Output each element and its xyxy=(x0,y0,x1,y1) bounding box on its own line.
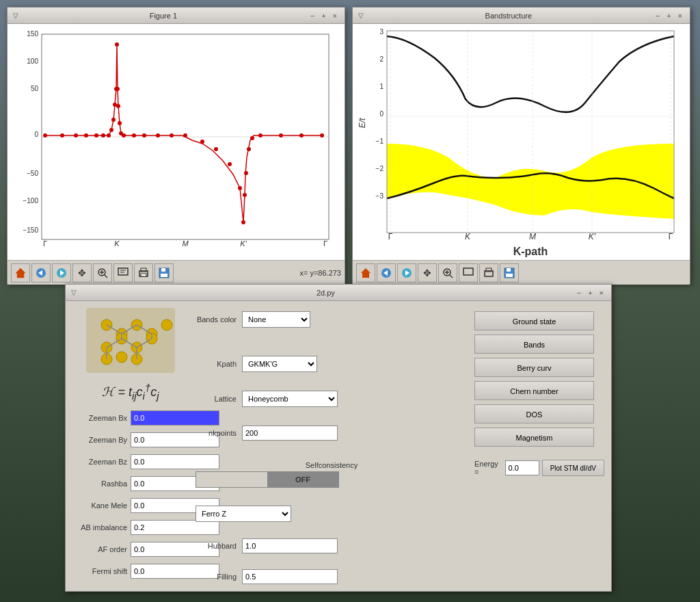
main-maximize[interactable]: + xyxy=(586,289,594,297)
bs-print-btn[interactable] xyxy=(479,263,498,283)
svg-line-57 xyxy=(105,275,107,278)
svg-text:3: 3 xyxy=(379,28,383,36)
svg-text:−2: −2 xyxy=(376,165,384,172)
bs-back-btn[interactable] xyxy=(377,263,396,283)
main-close[interactable]: × xyxy=(597,289,606,297)
molecule-image xyxy=(86,308,175,373)
svg-text:150: 150 xyxy=(27,30,38,38)
svg-point-43 xyxy=(247,147,251,151)
edit-btn[interactable] xyxy=(113,263,133,283)
nkpoints-input[interactable] xyxy=(242,426,338,441)
figure1-svg: 150 100 50 0 −50 −100 −150 Γ K M K′ Γ xyxy=(8,24,345,260)
titlebar-left-arrow: ▽ xyxy=(13,12,18,19)
svg-text:50: 50 xyxy=(31,85,39,92)
lattice-label: Lattice xyxy=(196,395,237,403)
svg-text:Γ: Γ xyxy=(43,239,47,248)
svg-text:−50: −50 xyxy=(27,170,38,177)
bs-minimize[interactable]: − xyxy=(654,12,662,20)
magnetism-btn[interactable]: Magnetism xyxy=(474,428,594,447)
zoom-btn[interactable] xyxy=(93,263,112,283)
close-btn[interactable]: × xyxy=(331,12,339,20)
center-panel: Bands color None Red Blue Kpath GKMK'G G… xyxy=(196,308,468,584)
hubbard-input[interactable] xyxy=(242,538,338,553)
toggle-on-side[interactable]: OFF xyxy=(267,472,338,487)
bs-zoom-btn[interactable] xyxy=(438,263,457,283)
af-order-row: AF order xyxy=(72,542,189,557)
energy-input[interactable] xyxy=(505,460,539,475)
dos-btn[interactable]: DOS xyxy=(474,404,594,423)
chern-number-btn[interactable]: Chern number xyxy=(474,381,594,400)
svg-text:M: M xyxy=(182,239,189,248)
svg-text:M: M xyxy=(529,232,536,241)
molecule-svg xyxy=(86,308,175,373)
bs-save-btn[interactable] xyxy=(500,263,519,283)
fermi-shift-label: Fermi shift xyxy=(72,567,127,575)
forward-btn[interactable] xyxy=(52,263,71,283)
bands-btn[interactable]: Bands xyxy=(474,335,594,354)
toggle-off-side[interactable] xyxy=(196,472,267,487)
main-window: ▽ 2d.py − + × xyxy=(65,284,612,592)
move-btn[interactable]: ✥ xyxy=(72,263,92,283)
rashba-row: Rashba xyxy=(72,476,189,491)
svg-point-19 xyxy=(101,133,105,138)
kane-mele-label: Kane Mele xyxy=(72,501,127,510)
zeeman-by-label: Zeeman By xyxy=(72,436,127,444)
main-arrow: ▽ xyxy=(71,289,77,296)
svg-point-36 xyxy=(200,140,204,144)
berry-curv-btn[interactable]: Berry curv xyxy=(474,358,594,377)
kpath-row: Kpath GKMK'G GMKG xyxy=(196,356,468,372)
svg-point-45 xyxy=(258,133,262,138)
svg-marker-50 xyxy=(16,268,25,278)
svg-text:K′: K′ xyxy=(240,239,247,248)
svg-rect-105 xyxy=(507,268,511,272)
svg-rect-60 xyxy=(118,268,128,275)
svg-text:Γ: Γ xyxy=(323,239,327,248)
energy-row: Energy = Plot STM dI/dV xyxy=(474,460,604,476)
bandstructure-toolbar: ✥ xyxy=(353,260,690,285)
svg-point-34 xyxy=(170,133,174,138)
figure1-plot: 150 100 50 0 −50 −100 −150 Γ K M K′ Γ xyxy=(8,24,345,260)
ground-state-btn[interactable]: Ground state xyxy=(474,311,594,330)
status-text: x= y=86.273 xyxy=(299,269,341,277)
rashba-label: Rashba xyxy=(72,480,127,488)
save-btn[interactable] xyxy=(154,263,174,283)
back-btn[interactable] xyxy=(31,263,51,283)
svg-point-44 xyxy=(250,136,254,140)
maximize-btn[interactable]: + xyxy=(319,12,327,20)
main-minimize[interactable]: − xyxy=(575,289,583,297)
bands-color-select[interactable]: None Red Blue xyxy=(242,311,310,328)
svg-point-14 xyxy=(43,133,47,138)
bs-maximize[interactable]: + xyxy=(664,12,673,20)
svg-point-48 xyxy=(320,133,324,138)
right-panel: Ground state Bands Berry curv Chern numb… xyxy=(474,308,604,584)
hubbard-row: Hubbard xyxy=(196,538,468,553)
svg-marker-91 xyxy=(361,268,371,278)
bandstructure-title: Bandstructure xyxy=(364,12,654,20)
zeeman-bx-label: Zeeman Bx xyxy=(72,414,127,422)
bs-edit-btn[interactable] xyxy=(459,263,478,283)
kpath-select[interactable]: GKMK'G GMKG xyxy=(242,356,317,372)
svg-rect-101 xyxy=(463,268,473,275)
hamiltonian-display: ℋ = tijci†cj xyxy=(72,378,189,405)
svg-point-31 xyxy=(132,133,136,138)
fermi-shift-row: Fermi shift xyxy=(72,564,189,579)
bs-close[interactable]: × xyxy=(676,12,684,20)
bs-forward-btn[interactable] xyxy=(397,263,416,283)
figure1-toolbar: ✥ x= y=86.273 xyxy=(8,260,345,285)
minimize-btn[interactable]: − xyxy=(308,12,317,20)
ferro-z-select[interactable]: Ferro Z Ferro X AF xyxy=(196,506,291,522)
svg-text:K: K xyxy=(465,232,471,241)
svg-point-37 xyxy=(214,147,218,151)
svg-rect-107 xyxy=(86,308,175,373)
stm-btn[interactable]: Plot STM dI/dV xyxy=(542,460,605,476)
svg-point-27 xyxy=(116,104,120,108)
lattice-select[interactable]: Honeycomb Square Triangular Kagome xyxy=(242,391,338,407)
hubbard-label: Hubbard xyxy=(196,542,237,550)
svg-point-41 xyxy=(243,193,247,197)
print-btn[interactable] xyxy=(134,263,153,283)
bs-home-btn[interactable] xyxy=(356,263,375,283)
bs-move-btn[interactable]: ✥ xyxy=(418,263,437,283)
home-btn[interactable] xyxy=(11,263,30,283)
filling-input[interactable] xyxy=(242,569,338,584)
svg-point-46 xyxy=(279,133,283,138)
